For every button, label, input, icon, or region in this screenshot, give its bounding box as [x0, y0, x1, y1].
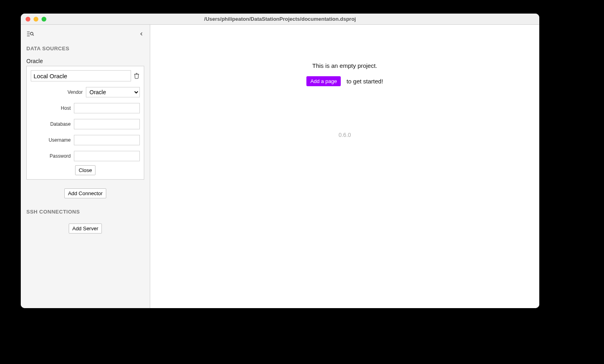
minimize-window-icon[interactable] [34, 17, 38, 22]
vendor-select[interactable]: Oracle [86, 87, 140, 97]
database-input[interactable] [74, 119, 140, 129]
close-button[interactable]: Close [75, 165, 95, 175]
trash-icon[interactable] [133, 72, 140, 79]
data-source-vendor-label: Oracle [26, 58, 144, 64]
host-input[interactable] [74, 103, 140, 113]
vendor-label: Vendor [68, 89, 83, 95]
add-connector-button[interactable]: Add Connector [64, 188, 106, 198]
svg-line-4 [33, 35, 34, 36]
add-server-row: Add Server [26, 224, 144, 233]
get-started-text: to get started! [346, 78, 383, 85]
username-label: Username [49, 137, 71, 143]
data-sources-header: DATA SOURCES [26, 46, 144, 51]
traffic-lights [21, 17, 46, 22]
password-label: Password [50, 153, 71, 159]
empty-project-message: This is an empty project. [150, 62, 539, 69]
sidebar: DATA SOURCES Oracle Vendor [21, 25, 150, 308]
ssh-section: SSH CONNECTIONS Add Server [26, 209, 144, 233]
username-row: Username [31, 135, 140, 145]
content-area: DATA SOURCES Oracle Vendor [21, 25, 539, 308]
add-page-button[interactable]: Add a page [306, 76, 341, 86]
data-source-name-row [31, 70, 140, 81]
collapse-sidebar-icon[interactable] [139, 31, 144, 37]
sidebar-top [26, 30, 144, 38]
host-row: Host [31, 103, 140, 113]
data-source-name-input[interactable] [31, 70, 131, 81]
add-server-button[interactable]: Add Server [69, 224, 102, 233]
username-input[interactable] [74, 135, 140, 145]
close-row: Close [31, 165, 140, 175]
add-connector-row: Add Connector [26, 188, 144, 198]
search-icon[interactable] [26, 30, 34, 38]
maximize-window-icon[interactable] [42, 17, 46, 22]
close-window-icon[interactable] [26, 17, 30, 22]
password-input[interactable] [74, 151, 140, 161]
main-panel: This is an empty project. Add a page to … [150, 25, 539, 308]
window-title: /Users/philipeaton/DataStationProjects/d… [21, 16, 539, 22]
password-row: Password [31, 151, 140, 161]
host-label: Host [61, 105, 71, 111]
titlebar: /Users/philipeaton/DataStationProjects/d… [21, 14, 539, 25]
vendor-row: Vendor Oracle [31, 87, 140, 97]
data-source-card: Vendor Oracle Host Database Username [26, 66, 144, 180]
svg-point-3 [30, 32, 33, 35]
database-label: Database [50, 121, 71, 127]
empty-cta: Add a page to get started! [306, 76, 383, 86]
version-label: 0.6.0 [150, 132, 539, 138]
ssh-connections-header: SSH CONNECTIONS [26, 209, 144, 215]
database-row: Database [31, 119, 140, 129]
app-window: /Users/philipeaton/DataStationProjects/d… [21, 14, 539, 308]
